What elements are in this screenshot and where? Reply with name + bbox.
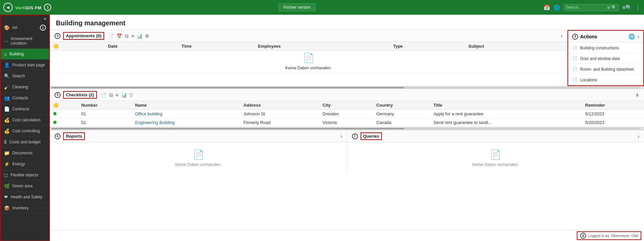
checklist-filter-icon[interactable]: ⊟ bbox=[109, 92, 113, 98]
row1-number: 01 bbox=[78, 110, 132, 118]
appointments-actions-row: 3 Appointments (0) 📄 📅 ⊟ ≡ 📊 ⚙ › bbox=[50, 30, 644, 86]
checklist-funnel-icon[interactable]: ▽ bbox=[129, 92, 133, 98]
sidebar-label-contracts: Contracts bbox=[12, 107, 29, 111]
scroll-thumb-1 bbox=[51, 87, 404, 88]
sidebar-item-flexible-objects[interactable]: ◻ Flexible objects bbox=[1, 170, 49, 181]
no-data-icon: 📄 bbox=[53, 52, 564, 63]
sidebar-item-building[interactable]: ⌂ Building bbox=[1, 49, 49, 60]
art-badge: 2 bbox=[40, 25, 46, 31]
badge-8: 8 bbox=[580, 233, 586, 239]
sidebar-item-art[interactable]: 🎨 Art 2 bbox=[1, 22, 49, 34]
sidebar-label-health: Health and Safety bbox=[11, 195, 42, 199]
logo-main: GIS FM bbox=[26, 5, 42, 10]
sidebar-item-green-area[interactable]: 🌿 Green area bbox=[1, 181, 49, 192]
actions-expand-icon[interactable]: › bbox=[638, 34, 639, 40]
filter-tool-icon[interactable]: ⊟ bbox=[125, 33, 129, 39]
documents-icon: 📁 bbox=[4, 150, 10, 156]
assessment-icon: ··· bbox=[4, 38, 8, 44]
action-label-1: Building constructions bbox=[580, 46, 619, 50]
action-room-building-datasheet[interactable]: 📄 Room- and Building datasheet bbox=[568, 64, 643, 75]
new-doc-icon[interactable]: 📄 bbox=[108, 33, 114, 39]
checklists-header: 5 Checklists (2) 📄 ⊟ ≡ 📊 ▽ ∧ bbox=[50, 89, 644, 101]
row1-name[interactable]: Office building bbox=[132, 110, 240, 118]
door-window-icon: 📄 bbox=[572, 56, 577, 61]
sidebar-label-inventory: Inventory bbox=[12, 206, 29, 210]
checklists-collapse-icon[interactable]: ∧ bbox=[635, 92, 639, 98]
sidebar-item-inventory[interactable]: 📦 Inventory bbox=[1, 203, 49, 214]
action-locations[interactable]: 📄 Locations bbox=[568, 75, 643, 85]
checklists-section: 5 Checklists (2) 📄 ⊟ ≡ 📊 ▽ ∧ 🟡 Numb bbox=[50, 89, 644, 127]
checklist-col-number: Number bbox=[78, 101, 132, 110]
sidebar-item-health-safety[interactable]: ❤ Health and Safety bbox=[1, 192, 49, 203]
sidebar-item-cleaning[interactable]: 🧹 Cleaning bbox=[1, 82, 49, 93]
reports-expand-icon[interactable]: › bbox=[340, 133, 342, 139]
action-label-2: Door and window data bbox=[580, 56, 620, 61]
search-box: ⊞ 🔍 bbox=[564, 4, 619, 11]
calendar-icon[interactable]: 📅 bbox=[544, 4, 550, 11]
reports-section: 6 Reports › 📄 Keine Daten vorhanden. bbox=[50, 130, 347, 174]
checklist-list-icon[interactable]: ≡ bbox=[116, 92, 118, 98]
sidebar-item-cost-controlling[interactable]: 💰 Cost controlling bbox=[1, 126, 49, 137]
scroll-track-2 bbox=[51, 128, 640, 129]
contacts-icon: 👥 bbox=[4, 95, 10, 101]
action-building-constructions[interactable]: 📄 Building constructions bbox=[568, 43, 643, 53]
col-time: Time bbox=[178, 42, 255, 51]
badge-3: 3 bbox=[55, 33, 61, 39]
cleaning-icon: 🧹 bbox=[4, 84, 10, 90]
sidebar-item-assessment-condition[interactable]: ··· Assessment condition bbox=[1, 34, 49, 49]
back-button[interactable]: ◄ bbox=[3, 3, 13, 12]
action-label-4: Locations bbox=[580, 78, 597, 82]
sidebar-item-product-start-page[interactable]: 👤 Product start page bbox=[1, 60, 49, 71]
sidebar-item-contracts[interactable]: 📄 Contracts bbox=[1, 104, 49, 115]
green-area-icon: 🌿 bbox=[4, 183, 10, 189]
sidebar: ◄ 🎨 Art 2 ··· Assessment condition ⌂ Bui… bbox=[0, 15, 50, 241]
chart-tool-icon[interactable]: 📊 bbox=[137, 33, 142, 39]
scroll-divider-2: › bbox=[50, 127, 644, 130]
building-icon: ⌂ bbox=[4, 51, 7, 57]
contracts-icon: 📄 bbox=[4, 106, 10, 112]
app-logo: VertiGIS FM bbox=[15, 4, 41, 11]
sidebar-item-costs-budget[interactable]: $ Costs and budget bbox=[1, 137, 49, 148]
row2-reminder: 5/20/2023 bbox=[582, 118, 644, 127]
actions-globe-icon[interactable]: 🌐 bbox=[628, 33, 635, 40]
sidebar-collapse-button[interactable]: ◄ bbox=[1, 15, 49, 22]
sidebar-item-search[interactable]: 🔍 Search bbox=[1, 71, 49, 82]
sidebar-label-art: Art bbox=[12, 25, 17, 30]
content-area: Building management 3 Appointments (0) 📄… bbox=[50, 15, 644, 241]
sidebar-item-documents[interactable]: 📁 Documents bbox=[1, 148, 49, 159]
actions-panel: 4 Actions 🌐 › 📄 Building constructions 📄… bbox=[567, 30, 644, 86]
settings-tool-icon[interactable]: ⚙ bbox=[145, 33, 149, 39]
costs-budget-icon: $ bbox=[4, 139, 7, 145]
partner-version-button[interactable]: Partner version bbox=[278, 3, 315, 11]
sidebar-item-contacts[interactable]: 👥 Contacts bbox=[1, 93, 49, 104]
sidebar-label-contacts: Contacts bbox=[12, 96, 28, 100]
reports-title: Reports bbox=[63, 132, 85, 140]
sidebar-label-costs-budget: Costs and budget bbox=[9, 140, 41, 144]
checklist-new-icon[interactable]: 📄 bbox=[101, 92, 106, 98]
room-building-icon: 📄 bbox=[572, 67, 577, 72]
search-icon[interactable]: 🔍 bbox=[611, 5, 617, 10]
more-icon[interactable]: ⋮ bbox=[635, 4, 641, 11]
col-date: Date bbox=[105, 42, 178, 51]
footer-bar: 8 Logged in as: Obermeyer, Olaf bbox=[50, 230, 644, 241]
sidebar-item-cost-calculation[interactable]: 💰 Cost calculation bbox=[1, 115, 49, 126]
globe-icon[interactable]: 🌐 bbox=[554, 4, 560, 11]
calendar-tool-icon[interactable]: 📅 bbox=[116, 33, 122, 39]
appointments-expand-icon[interactable]: › bbox=[561, 33, 563, 39]
queries-expand-icon[interactable]: › bbox=[638, 133, 639, 139]
queries-empty: 📄 Keine Daten vorhanden. bbox=[347, 142, 644, 174]
badge-5: 5 bbox=[55, 92, 61, 98]
col-type: Type bbox=[390, 42, 465, 51]
search-sidebar-icon: 🔍 bbox=[4, 73, 10, 79]
queries-section: 7 Queries › 📄 Keine Daten vorhanden. bbox=[347, 130, 644, 174]
sidebar-item-energy[interactable]: ⚡ Energy bbox=[1, 159, 49, 170]
filter-icon[interactable]: ≡🔍 bbox=[622, 4, 632, 11]
row2-name[interactable]: Engineering Building bbox=[132, 118, 240, 127]
action-door-window[interactable]: 📄 Door and window data bbox=[568, 53, 643, 64]
search-input[interactable] bbox=[566, 5, 606, 10]
checklist-col-reminder: Reminder bbox=[582, 101, 644, 110]
list-tool-icon[interactable]: ≡ bbox=[131, 33, 134, 39]
row2-country: Canada bbox=[373, 118, 430, 127]
checklist-chart-icon[interactable]: 📊 bbox=[121, 92, 127, 98]
health-icon: ❤ bbox=[4, 194, 8, 200]
